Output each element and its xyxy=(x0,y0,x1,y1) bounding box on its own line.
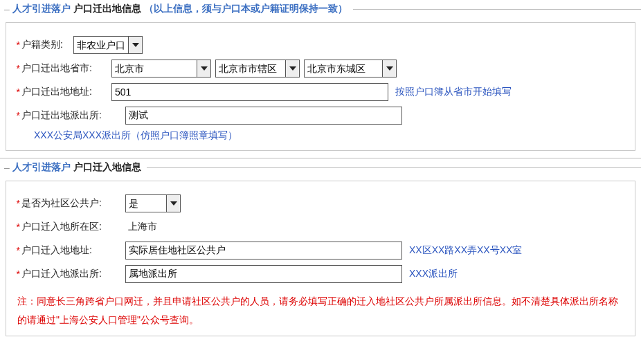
label-out-addr: 户口迁出地地址: xyxy=(21,86,111,98)
row-out-ps-hint: XXX公安局XXX派出所（仿照户口簿照章填写） xyxy=(10,129,631,142)
required-mark: * xyxy=(10,198,20,209)
required-mark: * xyxy=(10,221,20,233)
label-out-ps: 户口迁出地派出所: xyxy=(21,109,125,122)
panel-move-in: * 是否为社区公共户: 是 * 户口迁入地所在区: 上海市 * 户口迁入地地址:… xyxy=(6,181,635,336)
hint-out-ps: XXX公安局XXX派出所（仿照户口簿照章填写） xyxy=(34,129,237,142)
hint-in-ps: XXX派出所 xyxy=(409,268,458,280)
hint-out-addr: 按照户口簿从省市开始填写 xyxy=(395,86,512,98)
input-out-addr[interactable] xyxy=(111,83,388,101)
select-city[interactable]: 北京市市辖区 xyxy=(215,60,300,78)
legend-category: 人才引进落户 xyxy=(12,161,71,174)
row-prov: * 户口迁出地省市: 北京市 北京市市辖区 北京市东城区 xyxy=(10,59,631,78)
row-in-addr: * 户口迁入地地址: XX区XX路XX弄XX号XX室 xyxy=(10,241,631,260)
section-move-out: – 人才引进落户 户口迁出地信息 （以上信息，须与户口本或户籍证明保持一致） *… xyxy=(0,3,641,151)
label-in-area: 户口迁入地所在区: xyxy=(21,221,125,233)
legend-note: （以上信息，须与户口本或户籍证明保持一致） xyxy=(144,3,347,15)
legend-category: 人才引进落户 xyxy=(12,3,71,15)
row-out-addr: * 户口迁出地地址: 按照户口簿从省市开始填写 xyxy=(10,82,631,102)
legend-move-in: – 人才引进落户 户口迁入地信息 xyxy=(0,161,641,176)
required-mark: * xyxy=(10,87,20,98)
required-mark: * xyxy=(10,245,20,256)
row-hukou-type: * 户籍类别: 非农业户口 xyxy=(10,35,631,55)
select-community[interactable]: 是 xyxy=(125,194,181,212)
row-out-ps: * 户口迁出地派出所: xyxy=(10,106,631,125)
label-hukou-type: 户籍类别: xyxy=(21,39,73,51)
select-province[interactable]: 北京市 xyxy=(111,60,211,78)
required-mark: * xyxy=(10,269,20,280)
label-prov: 户口迁出地省市: xyxy=(21,62,111,75)
input-in-addr[interactable] xyxy=(125,242,402,260)
input-out-ps[interactable] xyxy=(125,107,402,125)
select-district[interactable]: 北京市东城区 xyxy=(304,60,397,78)
input-in-ps[interactable] xyxy=(125,265,402,283)
value-in-area: 上海市 xyxy=(128,221,157,233)
legend-title: 户口迁出地信息 xyxy=(73,3,141,15)
label-in-ps: 户口迁入地派出所: xyxy=(21,268,125,280)
row-in-ps: * 户口迁入地派出所: XXX派出所 xyxy=(10,264,631,284)
required-mark: * xyxy=(10,63,20,74)
row-community: * 是否为社区公共户: 是 xyxy=(10,194,631,213)
legend-move-out: – 人才引进落户 户口迁出地信息 （以上信息，须与户口本或户籍证明保持一致） xyxy=(0,3,641,18)
label-in-addr: 户口迁入地地址: xyxy=(21,244,125,257)
legend-title: 户口迁入地信息 xyxy=(73,161,141,174)
section-move-in: – 人才引进落户 户口迁入地信息 * 是否为社区公共户: 是 * 户口迁入地所在… xyxy=(0,161,641,336)
label-community: 是否为社区公共户: xyxy=(21,197,125,210)
row-in-area: * 户口迁入地所在区: 上海市 xyxy=(10,217,631,237)
required-mark: * xyxy=(10,110,20,121)
panel-move-out: * 户籍类别: 非农业户口 * 户口迁出地省市: 北京市 北京市市辖区 xyxy=(6,22,635,151)
warning-text: 注：同意长三角跨省户口网迁，并且申请社区公共户的人员，请务必填写正确的迁入地社区… xyxy=(10,288,631,330)
required-mark: * xyxy=(10,39,20,51)
hint-in-addr: XX区XX路XX弄XX号XX室 xyxy=(409,244,522,257)
select-hukou-type[interactable]: 非农业户口 xyxy=(73,36,143,54)
